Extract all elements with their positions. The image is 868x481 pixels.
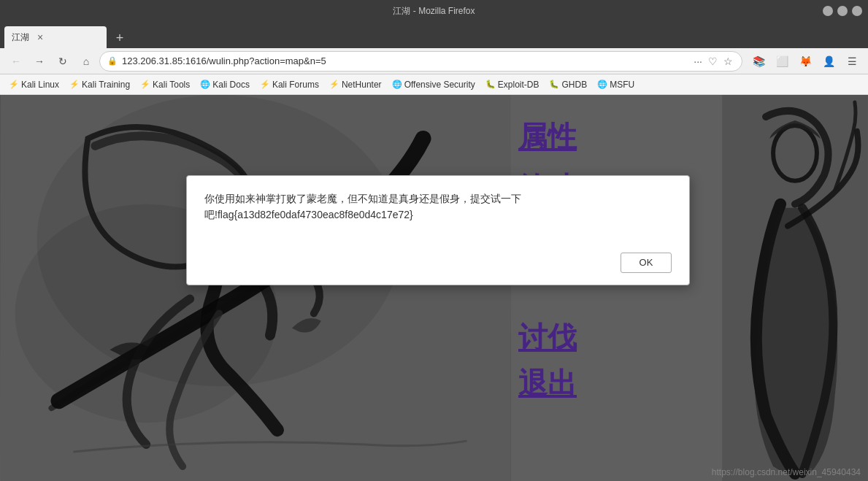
- close-button[interactable]: [852, 6, 862, 16]
- minimize-button[interactable]: [823, 6, 833, 16]
- ghdb-icon: 🐛: [549, 80, 559, 89]
- tab-bar: 江湖 × +: [0, 22, 868, 48]
- dialog-ok-button[interactable]: OK: [621, 253, 672, 273]
- menu-button[interactable]: ☰: [842, 51, 862, 72]
- dialog-message-line2: 吧!flag{a13d82fe0daf4730eac8f8e0d4c17e72}: [204, 209, 413, 220]
- bookmark-exploit-db[interactable]: 🐛 Exploit-DB: [481, 78, 544, 91]
- reload-button[interactable]: ↻: [53, 51, 73, 72]
- nav-right-icons: 📚 ⬜ 🦊 👤 ☰: [748, 51, 862, 72]
- bookmark-offensive-security-label: Offensive Security: [404, 80, 475, 90]
- bookmark-kali-tools-label: Kali Tools: [153, 80, 190, 90]
- bookmark-kali-training[interactable]: ⚡ Kali Training: [65, 78, 134, 91]
- bookmark-kali-docs[interactable]: 🌐 Kali Docs: [196, 78, 254, 91]
- bookmark-ghdb-label: GHDB: [561, 80, 587, 90]
- forward-button[interactable]: →: [29, 51, 50, 72]
- kali-docs-icon: 🌐: [200, 80, 210, 89]
- browser-tab[interactable]: 江湖 ×: [4, 26, 107, 48]
- bookmark-kali-linux-label: Kali Linux: [21, 80, 59, 90]
- dialog-message-line1: 你使用如来神掌打败了蒙老魔，但不知道是真身还是假身，提交试一下: [204, 193, 521, 204]
- bookmark-offensive-security[interactable]: 🌐 Offensive Security: [388, 78, 480, 91]
- offensive-security-icon: 🌐: [392, 80, 402, 89]
- more-options-button[interactable]: ···: [692, 54, 704, 69]
- address-bar[interactable]: 🔒 123.206.31.85:1616/wulin.php?action=ma…: [99, 51, 742, 72]
- bookmark-kali-linux[interactable]: ⚡ Kali Linux: [4, 78, 64, 91]
- bookmark-msfu-label: MSFU: [610, 80, 634, 90]
- browser-chrome: 江湖 - Mozilla Firefox 江湖 × + ← → ↻ ⌂ 🔒 12…: [0, 0, 868, 95]
- kali-forums-icon: ⚡: [260, 80, 270, 89]
- address-actions: ··· ♡ ☆: [692, 54, 734, 69]
- home-button[interactable]: ⌂: [76, 51, 96, 72]
- bookmark-ghdb[interactable]: 🐛 GHDB: [545, 78, 591, 91]
- dialog-footer: OK: [204, 253, 672, 273]
- kali-tools-icon: ⚡: [140, 80, 150, 89]
- bookmark-kali-forums-label: Kali Forums: [272, 80, 319, 90]
- dialog-overlay: 你使用如来神掌打败了蒙老魔，但不知道是真身还是假身，提交试一下 吧!flag{a…: [0, 95, 868, 481]
- bookmark-exploit-db-label: Exploit-DB: [498, 80, 539, 90]
- lock-icon: 🔒: [107, 56, 118, 66]
- tab-label: 江湖: [12, 31, 29, 44]
- container-button[interactable]: ⬜: [772, 51, 792, 72]
- new-tab-button[interactable]: +: [110, 28, 130, 48]
- account-button[interactable]: 👤: [818, 51, 839, 72]
- window-title: 江湖 - Mozilla Firefox: [393, 5, 475, 18]
- content-area: 属性 练功 讨伐 退出: [0, 95, 868, 481]
- bookmark-kali-tools[interactable]: ⚡ Kali Tools: [136, 78, 194, 91]
- nethunter-icon: ⚡: [329, 80, 339, 89]
- dialog-message: 你使用如来神掌打败了蒙老魔，但不知道是真身还是假身，提交试一下 吧!flag{a…: [204, 191, 672, 223]
- bookmark-kali-forums[interactable]: ⚡ Kali Forums: [256, 78, 323, 91]
- bookmarks-bar: ⚡ Kali Linux ⚡ Kali Training ⚡ Kali Tool…: [0, 74, 868, 95]
- alert-dialog: 你使用如来神掌打败了蒙老魔，但不知道是真身还是假身，提交试一下 吧!flag{a…: [186, 175, 690, 285]
- msfu-icon: 🌐: [597, 80, 607, 89]
- bookmark-kali-docs-label: Kali Docs: [212, 80, 250, 90]
- maximize-button[interactable]: [837, 6, 848, 16]
- bookmark-nethunter[interactable]: ⚡ NetHunter: [325, 78, 386, 91]
- nav-bar: ← → ↻ ⌂ 🔒 123.206.31.85:1616/wulin.php?a…: [0, 48, 868, 74]
- bookmark-button[interactable]: ♡: [707, 54, 719, 69]
- bookmark-kali-training-label: Kali Training: [82, 80, 130, 90]
- kali-linux-icon: ⚡: [9, 80, 19, 89]
- back-button[interactable]: ←: [6, 51, 26, 72]
- url-text: 123.206.31.85:1616/wulin.php?action=map&…: [122, 55, 688, 66]
- bookmark-nethunter-label: NetHunter: [342, 80, 382, 90]
- kali-training-icon: ⚡: [69, 80, 80, 89]
- tab-close-button[interactable]: ×: [35, 32, 45, 42]
- browser-icon-button[interactable]: 🦊: [795, 51, 815, 72]
- title-bar-buttons: [823, 6, 862, 16]
- collections-button[interactable]: 📚: [748, 51, 769, 72]
- exploit-db-icon: 🐛: [485, 80, 496, 89]
- star-button[interactable]: ☆: [722, 54, 734, 69]
- title-bar: 江湖 - Mozilla Firefox: [0, 0, 868, 22]
- bookmark-msfu[interactable]: 🌐 MSFU: [593, 78, 639, 91]
